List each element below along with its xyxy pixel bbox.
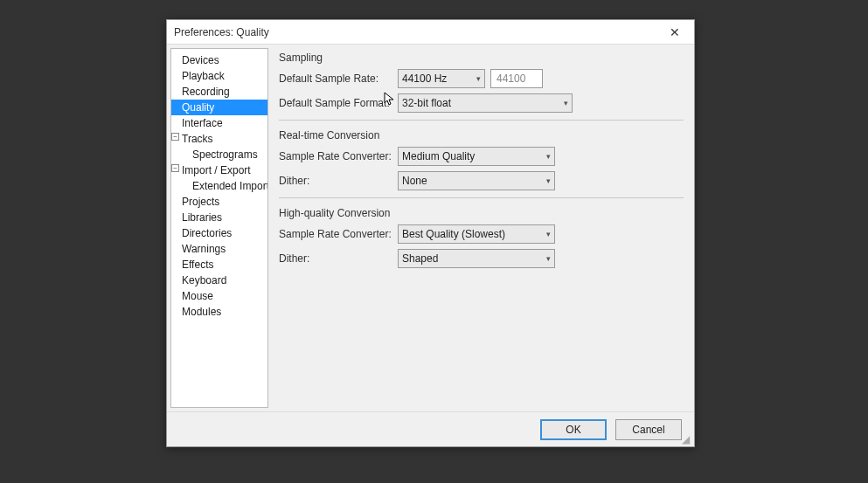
group-sampling: Sampling Default Sample Rate: 44100 Hz ▾… [279,52,684,121]
tree-expander-icon[interactable]: − [171,133,179,141]
group-highquality-title: High-quality Conversion [279,207,684,219]
titlebar: Preferences: Quality ✕ [167,20,694,45]
tree-item-label: Recording [182,86,230,98]
close-button[interactable]: ✕ [663,25,687,39]
label-realtime-dither: Dither: [279,175,392,187]
category-tree[interactable]: DevicesPlaybackRecordingQualityInterface… [170,48,268,408]
row-highquality-dither: Dither: Shaped ▾ [279,249,684,268]
combo-realtime-converter[interactable]: Medium Quality ▾ [398,147,555,166]
label-default-sample-rate: Default Sample Rate: [279,72,392,85]
chevron-down-icon: ▾ [546,152,551,161]
settings-panel: Sampling Default Sample Rate: 44100 Hz ▾… [272,48,691,408]
tree-item-label: Libraries [182,211,222,224]
combo-highquality-converter[interactable]: Best Quality (Slowest) ▾ [398,224,555,244]
tree-item-label: Projects [182,196,219,208]
tree-item-label: Keyboard [182,274,226,286]
tree-item-import-export[interactable]: −Import / Export [171,162,267,178]
chevron-down-icon: ▾ [546,254,551,263]
dialog-body: DevicesPlaybackRecordingQualityInterface… [167,45,694,411]
combo-realtime-converter-value: Medium Quality [402,150,543,162]
chevron-down-icon: ▾ [546,230,551,238]
tree-item-playback[interactable]: Playback [171,68,267,84]
tree-item-label: Effects [182,259,213,271]
tree-item-label: Tracks [182,133,213,145]
combo-realtime-dither[interactable]: None ▾ [398,171,555,190]
group-sampling-title: Sampling [279,52,684,64]
chevron-down-icon: ▾ [564,99,568,107]
row-default-sample-format: Default Sample Format: 32-bit float ▾ [279,93,684,113]
row-realtime-converter: Sample Rate Converter: Medium Quality ▾ [279,147,684,166]
tree-item-warnings[interactable]: Warnings [171,241,267,257]
tree-item-label: Interface [182,117,223,129]
combo-highquality-converter-value: Best Quality (Slowest) [402,228,543,240]
tree-item-directories[interactable]: Directories [171,225,267,241]
tree-item-tracks[interactable]: −Tracks [171,131,267,147]
label-realtime-converter: Sample Rate Converter: [279,150,392,162]
tree-expander-icon[interactable]: − [171,164,179,172]
group-realtime: Real-time Conversion Sample Rate Convert… [279,129,684,198]
tree-item-libraries[interactable]: Libraries [171,210,267,225]
tree-item-spectrograms[interactable]: Spectrograms [171,147,267,162]
chevron-down-icon: ▾ [546,176,551,185]
tree-item-effects[interactable]: Effects [171,257,267,273]
row-realtime-dither: Dither: None ▾ [279,171,684,190]
tree-item-label: Extended Import [192,180,268,192]
combo-default-sample-format-value: 32-bit float [402,97,560,109]
tree-item-modules[interactable]: Modules [171,304,267,320]
ok-button[interactable]: OK [540,419,607,440]
combo-highquality-dither-value: Shaped [402,252,543,265]
combo-realtime-dither-value: None [402,175,543,187]
tree-item-label: Quality [182,101,214,114]
divider [279,120,684,121]
group-realtime-title: Real-time Conversion [279,129,684,141]
row-default-sample-rate: Default Sample Rate: 44100 Hz ▾ 44100 [279,69,684,88]
tree-item-projects[interactable]: Projects [171,194,267,210]
combo-default-sample-rate-value: 44100 Hz [402,72,473,85]
tree-item-interface[interactable]: Interface [171,115,267,131]
tree-item-label: Import / Export [182,164,251,176]
dialog-footer: OK Cancel [167,411,694,446]
tree-item-recording[interactable]: Recording [171,84,267,100]
preferences-dialog: Preferences: Quality ✕ DevicesPlaybackRe… [166,19,695,447]
tree-item-devices[interactable]: Devices [171,52,267,68]
tree-item-label: Spectrograms [192,148,258,161]
combo-default-sample-format[interactable]: 32-bit float ▾ [398,93,573,113]
tree-item-keyboard[interactable]: Keyboard [171,273,267,288]
window-title: Preferences: Quality [174,26,663,38]
group-highquality: High-quality Conversion Sample Rate Conv… [279,207,684,268]
tree-item-label: Warnings [182,243,226,255]
label-highquality-converter: Sample Rate Converter: [279,228,392,240]
chevron-down-icon: ▾ [476,74,481,83]
divider [279,197,684,198]
tree-item-extended-import[interactable]: Extended Import [171,178,267,194]
label-default-sample-format: Default Sample Format: [279,97,392,109]
combo-default-sample-rate[interactable]: 44100 Hz ▾ [398,69,485,88]
tree-item-quality[interactable]: Quality [171,100,267,115]
tree-item-label: Modules [182,306,221,318]
input-custom-sample-rate-value: 44100 [496,72,525,85]
row-highquality-converter: Sample Rate Converter: Best Quality (Slo… [279,224,684,244]
tree-item-label: Directories [182,227,232,239]
tree-item-label: Mouse [182,290,213,302]
tree-item-label: Playback [182,70,225,82]
combo-highquality-dither[interactable]: Shaped ▾ [398,249,555,268]
cancel-button[interactable]: Cancel [615,419,682,440]
tree-item-mouse[interactable]: Mouse [171,288,267,304]
input-custom-sample-rate[interactable]: 44100 [490,69,543,88]
label-highquality-dither: Dither: [279,252,392,265]
tree-item-label: Devices [182,54,219,66]
